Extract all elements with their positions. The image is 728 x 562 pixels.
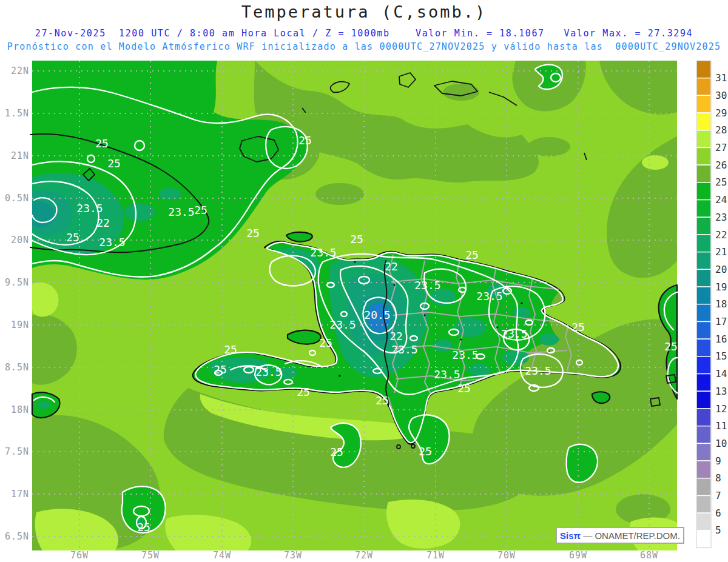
- colorbar-segment: [696, 374, 711, 392]
- lon-tick-label: 71W: [426, 550, 445, 561]
- saona-island: [592, 392, 610, 403]
- colorbar-tick-label: 29: [715, 107, 727, 119]
- contour-label: 25: [330, 446, 343, 458]
- contour-label: 25: [214, 363, 227, 376]
- contour-label: 20.5: [364, 309, 390, 321]
- colorbar-tick-label: 28: [715, 124, 727, 136]
- colorbar-segment: [696, 304, 711, 322]
- colorbar-tick-label: 27: [715, 142, 727, 153]
- colorbar-tick-label: 17: [715, 316, 727, 327]
- colorbar-segment: [696, 200, 711, 218]
- contour-label: 23.5: [255, 366, 281, 378]
- colorbar-segment: [696, 165, 711, 182]
- lon-tick-label: 69W: [569, 550, 587, 561]
- lat-tick-label: 19N: [11, 319, 29, 330]
- colorbar-tick-label: 26: [715, 159, 727, 171]
- colorbar-segment: [696, 269, 711, 287]
- contour-label: 25: [107, 157, 121, 170]
- colorbar-tick-label: 23: [715, 212, 727, 223]
- colorbar-segment: [696, 252, 711, 270]
- colorbar-tick-label: 21: [715, 246, 727, 258]
- colorbar-segment: [696, 78, 711, 96]
- colorbar-segment: [696, 426, 711, 444]
- contour-label: 25: [457, 382, 471, 395]
- colorbar-segment: [696, 391, 711, 409]
- contour-label: 23.5: [310, 246, 336, 259]
- colorbar-tick-label: 15: [715, 350, 727, 362]
- contour-label: 23.5: [329, 318, 356, 331]
- colorbar-tick-label: 5: [715, 524, 721, 536]
- lon-tick-label: 73W: [284, 550, 302, 561]
- contour-label: 25: [95, 137, 109, 150]
- contour-label: 23.5: [99, 236, 125, 249]
- colorbar-tick-label: 14: [715, 368, 727, 380]
- lon-tick-label: 72W: [355, 550, 373, 561]
- lon-tick-label: 75W: [141, 550, 160, 561]
- lat-tick-label: 6.5N: [5, 531, 29, 542]
- contour-label: 22: [389, 330, 403, 343]
- lat-tick-label: 22N: [11, 65, 29, 76]
- lat-tick-label: 9.5N: [5, 277, 29, 288]
- contour-label: 25: [571, 321, 585, 333]
- lat-tick-label: 8.5N: [5, 362, 29, 373]
- colorbar-tick-label: 25: [715, 176, 727, 188]
- contour-label: 25: [137, 521, 150, 534]
- contour-label: 25: [376, 394, 389, 407]
- contour-label: 25: [350, 233, 363, 246]
- colorbar: 3130292827262524232221201918171615141312…: [696, 61, 727, 548]
- colorbar-tick-label: 11: [715, 420, 727, 432]
- gonave-island: [288, 330, 321, 344]
- colorbar-segment: [696, 322, 711, 340]
- branding-separator: —: [581, 530, 595, 541]
- contour-label: 23.5: [525, 364, 551, 377]
- lon-tick-label: 70W: [497, 550, 516, 561]
- contour-label: 23.5: [476, 290, 502, 303]
- contour-label: 23.5: [391, 343, 417, 356]
- contour-label: 23.5: [452, 349, 478, 361]
- colorbar-segment: [696, 409, 711, 426]
- forecast-map: 252523.5222523.523.52525252523.5252223.5…: [0, 0, 728, 562]
- colorbar-segment: [696, 61, 711, 78]
- colorbar-segment: [696, 130, 711, 148]
- contour-label: 25: [319, 336, 332, 349]
- colorbar-segment: [696, 148, 711, 166]
- lon-tick-label: 76W: [70, 550, 89, 561]
- colorbar-tick-label: 18: [715, 298, 727, 310]
- colorbar-segment: [696, 113, 711, 130]
- colorbar-segment: [696, 443, 711, 461]
- lat-tick-label: 0.5N: [5, 193, 29, 204]
- lat-tick-label: 7.5N: [5, 446, 29, 457]
- weather-map-page: Temperatura (C,somb.) 27-Nov-2025 1200 U…: [0, 0, 728, 562]
- colorbar-tick-label: 22: [715, 229, 727, 241]
- colorbar-tick-label: 7: [715, 490, 721, 501]
- contour-label: 25: [664, 340, 678, 353]
- contour-label: 25: [419, 445, 432, 458]
- colorbar-segment: [696, 235, 711, 252]
- colorbar-segment: [696, 339, 711, 356]
- lon-tick-label: 74W: [213, 550, 231, 561]
- system-name: Sisπ: [560, 530, 581, 541]
- contour-label: 25: [298, 134, 312, 147]
- colorbar-segment: [696, 461, 711, 478]
- colorbar-tick-label: 20: [715, 264, 727, 275]
- colorbar-segment: [696, 496, 711, 513]
- colorbar-tick-label: 31: [715, 72, 727, 84]
- contour-label: 23.5: [434, 368, 460, 381]
- colorbar-segment: [696, 478, 711, 496]
- colorbar-tick-label: 24: [715, 194, 727, 206]
- colorbar-segment: [696, 356, 711, 374]
- contour-label: 25: [224, 343, 237, 356]
- colorbar-tick-label: 6: [715, 507, 721, 519]
- contour-label: 25: [246, 227, 260, 239]
- colorbar-segment: [696, 95, 711, 113]
- lat-tick-label: 21N: [11, 150, 29, 161]
- colorbar-tick-label: 16: [715, 333, 727, 345]
- contour-label: 25: [66, 231, 79, 244]
- contour-label: 23.5: [76, 202, 103, 215]
- colorbar-segment: [696, 182, 711, 200]
- contour-label: 22: [385, 260, 398, 273]
- contour-label: 22: [96, 216, 110, 229]
- colorbar-segment: [696, 530, 711, 548]
- lon-tick-label: 68W: [640, 550, 658, 561]
- colorbar-tick-label: 19: [715, 281, 727, 293]
